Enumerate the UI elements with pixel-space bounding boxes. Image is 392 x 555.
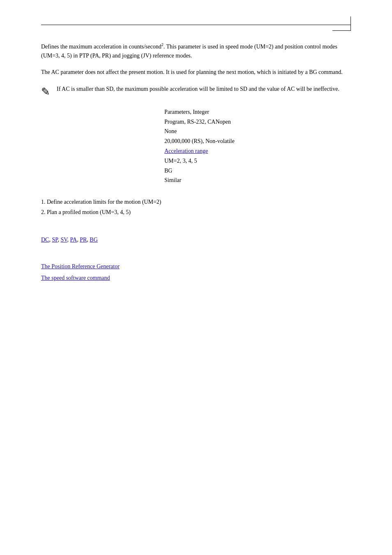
top-rule: [41, 25, 351, 25]
link-sp[interactable]: SP: [52, 237, 58, 243]
param-access-value: Program, RS-232, CANopen: [164, 119, 231, 125]
note-pencil-icon: ✎: [41, 85, 50, 98]
see-also-links: DC, SP, SV, PA, PR, BG: [41, 235, 351, 245]
param-related1-value: BG: [164, 168, 172, 174]
param-access-row: Program, RS-232, CANopen: [164, 117, 351, 127]
param-related2-row: Similar: [164, 175, 351, 185]
link-pa[interactable]: PA: [70, 237, 77, 243]
param-range-value: 20,000,000 (RS), Non-volatile: [164, 138, 235, 144]
note-block: ✎ If AC is smaller than SD, the maximum …: [41, 85, 351, 98]
param-related2-value: Similar: [164, 177, 181, 183]
speed-software-link[interactable]: The speed software command: [41, 273, 351, 283]
ref-links: The Position Reference Generator The spe…: [41, 262, 351, 283]
params-table: Parameters, Integer Program, RS-232, CAN…: [164, 107, 351, 185]
param-default-value: None: [164, 128, 177, 134]
page-corner-box: [332, 16, 351, 31]
link-pr[interactable]: PR: [80, 237, 87, 243]
note-text: If AC is smaller than SD, the maximum po…: [57, 85, 339, 94]
link-dc[interactable]: DC: [41, 237, 49, 243]
sep-3: ,: [67, 237, 70, 243]
param-modes-value: UM=2, 3, 4, 5: [164, 158, 197, 164]
paragraph2-text: The AC parameter does not affect the pre…: [41, 69, 343, 75]
position-reference-link[interactable]: The Position Reference Generator: [41, 262, 351, 272]
paragraph1-text: Defines the maximum acceleration in coun…: [41, 44, 161, 50]
usage-item-2: 2. Plan a profiled motion (UM=3, 4, 5): [41, 207, 351, 217]
paragraph-ac-note: The AC parameter does not affect the pre…: [41, 68, 351, 77]
param-type-value: Parameters, Integer: [164, 109, 209, 115]
param-modes-row: UM=2, 3, 4, 5: [164, 156, 351, 166]
param-type-row: Parameters, Integer: [164, 107, 351, 117]
spacer-1: [41, 227, 351, 235]
spacer-2: [41, 253, 351, 262]
usage-list: 1. Define acceleration limits for the mo…: [41, 197, 351, 217]
param-related1-row: BG: [164, 166, 351, 176]
param-default-row: None: [164, 127, 351, 136]
link-sv[interactable]: SV: [60, 237, 67, 243]
page-container: Defines the maximum acceleration in coun…: [0, 0, 392, 555]
param-range-row: 20,000,000 (RS), Non-volatile: [164, 136, 351, 146]
param-accel-range-row: Acceleration range: [164, 146, 351, 156]
content-area: Defines the maximum acceleration in coun…: [41, 41, 351, 283]
usage-item-1: 1. Define acceleration limits for the mo…: [41, 197, 351, 207]
link-bg[interactable]: BG: [90, 237, 97, 243]
paragraph-acceleration-def: Defines the maximum acceleration in coun…: [41, 41, 351, 60]
acceleration-range-link[interactable]: Acceleration range: [164, 148, 208, 154]
